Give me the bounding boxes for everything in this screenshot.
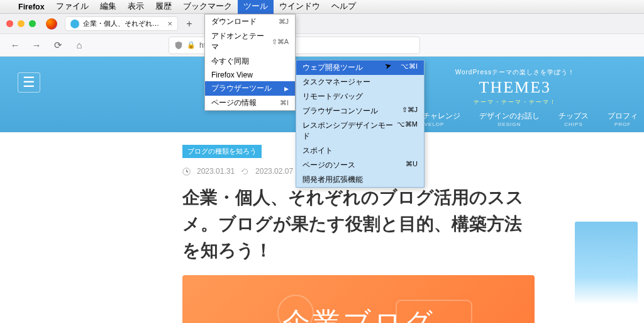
menu-bookmarks[interactable]: ブックマーク [177, 0, 238, 14]
macos-menubar: Firefox ファイル 編集 表示 履歴 ブックマーク ツール ウインドウ ヘ… [0, 0, 644, 14]
browser-tools-submenu: ウェブ開発ツール⌥⌘I タスクマネージャー リモートデバッグ ブラウザーコンソー… [296, 60, 425, 188]
nav-profile[interactable]: プロフィPROF [608, 111, 638, 127]
app-name[interactable]: Firefox [13, 0, 50, 14]
reload-button[interactable]: ⟳ [50, 38, 65, 53]
dd-firefoxview[interactable]: Firefox View [205, 69, 295, 81]
dd-addons[interactable]: アドオンとテーマ⇧⌘A [205, 29, 295, 54]
browser-toolbar: ← → ⟳ ⌂ 🔒 https://www ing/ [0, 34, 644, 57]
refresh-icon [241, 167, 249, 176]
menu-window[interactable]: ウインドウ [274, 0, 326, 14]
sidebar-advertisement[interactable] [575, 222, 638, 323]
illustration-icon [182, 275, 535, 323]
new-tab-button[interactable]: + [182, 16, 197, 31]
browser-tab[interactable]: 企業・個人、それぞれのブログ活 × [65, 16, 178, 31]
article-title: 企業・個人、それぞれのブログ活用のススメ。ブログが果たす役割と目的、構築方法を知… [182, 184, 535, 264]
tools-dropdown: ダウンロード⌘J アドオンとテーマ⇧⌘A 今すぐ同期 Firefox View … [204, 14, 296, 111]
menu-help[interactable]: ヘルプ [326, 0, 362, 14]
site-title[interactable]: THEME3 [455, 78, 575, 97]
menu-edit[interactable]: 編集 [94, 0, 122, 14]
lock-icon: 🔒 [187, 41, 196, 49]
window-controls [6, 20, 36, 27]
tab-title: 企業・個人、それぞれのブログ活 [83, 19, 164, 28]
sub-responsive[interactable]: レスポンシブデザインモード⌥⌘M [296, 118, 424, 144]
article-hero-image: 企業ブログ [182, 275, 535, 323]
dd-page-info[interactable]: ページの情報⌘I [205, 96, 295, 110]
tab-close-icon[interactable]: × [167, 19, 172, 28]
menu-history[interactable]: 履歴 [150, 0, 177, 14]
home-button[interactable]: ⌂ [72, 38, 87, 53]
chevron-right-icon: ▶ [284, 86, 289, 92]
menu-view[interactable]: 表示 [122, 0, 150, 14]
forward-button[interactable]: → [29, 38, 44, 53]
date-updated: 2023.02.07 [255, 167, 293, 176]
sub-task-manager[interactable]: タスクマネージャー [296, 75, 424, 89]
minimize-window-button[interactable] [18, 20, 25, 27]
firefox-icon [46, 18, 57, 30]
dd-downloads[interactable]: ダウンロード⌘J [205, 14, 295, 29]
menu-tools[interactable]: ツール [238, 0, 274, 14]
sub-page-source[interactable]: ページのソース⌘U [296, 158, 424, 173]
sub-browser-console[interactable]: ブラウザーコンソール⇧⌘J [296, 104, 424, 118]
dd-browser-tools[interactable]: ブラウザーツール▶ [205, 81, 295, 96]
sub-web-dev-tools[interactable]: ウェブ開発ツール⌥⌘I [296, 60, 424, 75]
sub-dev-extensions[interactable]: 開発者用拡張機能 [296, 173, 424, 187]
nav-chips[interactable]: チップスCHIPS [558, 111, 589, 127]
svg-rect-2 [396, 300, 472, 323]
back-button[interactable]: ← [8, 38, 23, 53]
menu-file[interactable]: ファイル [50, 0, 94, 14]
category-badge[interactable]: ブログの種類を知ろう [182, 145, 262, 158]
sub-remote-debug[interactable]: リモートデバッグ [296, 89, 424, 104]
maximize-window-button[interactable] [29, 20, 36, 27]
date-created: 2023.01.31 [197, 167, 235, 176]
nav-design[interactable]: デザインのお話しDESIGN [479, 111, 540, 127]
shield-icon [174, 41, 183, 50]
site-tagline: WordPressテーマの楽しさを学ぼう！ [455, 68, 575, 77]
tab-favicon-icon [70, 20, 79, 28]
close-window-button[interactable] [6, 20, 13, 27]
sub-eyedropper[interactable]: スポイト [296, 144, 424, 158]
hamburger-icon[interactable]: ☰ [18, 72, 40, 93]
site-subtitle: テーマ・テーマ・テーマ！ [455, 98, 575, 106]
svg-point-1 [278, 295, 313, 323]
clock-icon [182, 167, 191, 176]
dd-sync[interactable]: 今すぐ同期 [205, 54, 295, 69]
tab-bar: 企業・個人、それぞれのブログ活 × + [0, 14, 644, 34]
